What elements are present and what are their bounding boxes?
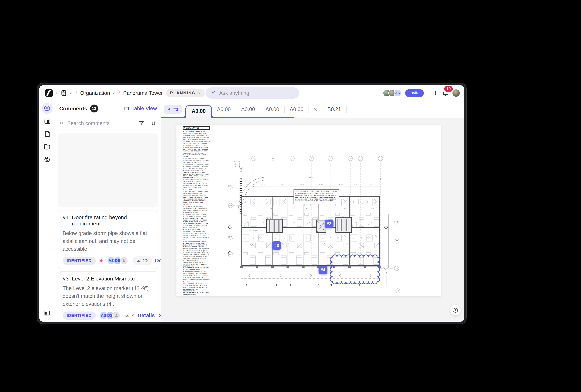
- project-status-badge[interactable]: PLANNING: [166, 89, 205, 97]
- detail-callouts: 1A-302 1A-301 3A-352: [228, 224, 388, 255]
- svg-text:PA: PA: [229, 185, 232, 187]
- balcony-strip: [240, 266, 381, 286]
- tab-sheet-active[interactable]: A0.00: [186, 105, 212, 118]
- collapse-sidebar-button[interactable]: [42, 308, 52, 319]
- chat-bubble-icon: [136, 258, 141, 263]
- participant-avatars: AS DS: [100, 311, 120, 320]
- drawing-sheet[interactable]: T1T2T3T4T5T6T7T8 P7PAPBPCPD TBTCTDTA A-1…: [176, 125, 441, 296]
- comment-card[interactable]: #1 Door fire rating beyond requirement B…: [58, 210, 158, 269]
- svg-text:24'-11": 24'-11": [338, 184, 342, 186]
- comment-id: #3: [62, 276, 69, 282]
- rail-item-sheets[interactable]: [42, 116, 52, 127]
- rail-item-comments[interactable]: [42, 103, 52, 114]
- chevron-down-icon: [198, 91, 201, 95]
- project-label: Panorama Tower: [123, 90, 163, 96]
- tab-sheet[interactable]: A0.00: [284, 106, 308, 112]
- priority-icon: [99, 257, 104, 265]
- details-link[interactable]: Details: [155, 258, 161, 264]
- rail-item-files[interactable]: [42, 141, 52, 152]
- notifications-button[interactable]: 10: [442, 90, 449, 96]
- plan-note-box: NOTE: BY CODE, THE TOILET AND DRYER EXHA…: [294, 190, 339, 204]
- profile-avatar[interactable]: [452, 89, 460, 97]
- sheet-viewer: #1 A0.00 A0.00 A0.00 A0.00 A0.00 B0.21: [161, 101, 464, 322]
- tab-sheet[interactable]: A0.00: [260, 106, 284, 112]
- tab-sheet[interactable]: A0.00: [212, 106, 236, 112]
- general-notes-title: GENERAL NOTES: [183, 126, 210, 130]
- folder-icon: [44, 143, 51, 150]
- svg-text:A-102-2: A-102-2: [234, 161, 236, 167]
- rail-item-settings[interactable]: [42, 154, 52, 165]
- topbar: / / Organization / Panorama Tower PLANNI…: [39, 85, 464, 101]
- gear-icon: [44, 156, 51, 163]
- comment-count: 4: [132, 313, 135, 319]
- tab-sheet[interactable]: B0.21: [322, 106, 346, 112]
- svg-text:PC: PC: [229, 236, 232, 238]
- table-icon: [124, 106, 129, 111]
- close-tab-icon[interactable]: [313, 107, 318, 112]
- status-badge: IDENTIFIED: [62, 257, 96, 265]
- svg-text:STAIR #1: STAIR #1: [267, 217, 273, 219]
- svg-text:T1: T1: [252, 157, 255, 160]
- search-comments-input[interactable]: [67, 120, 135, 127]
- app-logo-icon[interactable]: [45, 89, 53, 97]
- sparkle-icon: [210, 90, 216, 96]
- details-label: Details: [138, 312, 155, 319]
- svg-text:P7: P7: [240, 168, 242, 170]
- avatar-initials[interactable]: AG: [394, 89, 401, 97]
- table-view-button[interactable]: Table View: [124, 105, 157, 112]
- breadcrumb-project[interactable]: Panorama Tower: [123, 90, 163, 96]
- svg-text:3: 3: [386, 225, 386, 227]
- app-window: / / Organization / Panorama Tower PLANNI…: [37, 83, 466, 324]
- breadcrumb-organization[interactable]: Organization: [80, 90, 116, 96]
- topbar-right-cluster: AG Invite 10: [383, 85, 460, 101]
- pinned-label: #1: [173, 107, 178, 112]
- workspace-switcher[interactable]: [60, 90, 72, 96]
- svg-text:23'-6": 23'-6": [262, 184, 265, 186]
- svg-text:23'-4": 23'-4": [300, 184, 304, 186]
- details-label: Details: [155, 258, 161, 264]
- avatar-anonymous: [112, 311, 120, 320]
- svg-text:T2: T2: [272, 157, 274, 160]
- svg-text:A-102-1: A-102-1: [238, 161, 240, 167]
- sort-icon[interactable]: [151, 120, 156, 126]
- comment-bubble-icon: [44, 105, 51, 112]
- unit-interiors: [243, 199, 379, 265]
- filter-icon[interactable]: [138, 120, 144, 126]
- details-link[interactable]: Details: [138, 312, 161, 319]
- svg-text:T7: T7: [359, 157, 362, 160]
- comment-marker-3[interactable]: #3: [272, 241, 281, 250]
- version-history-button[interactable]: [450, 305, 461, 316]
- general-notes-text: 1. ALL CONTROLS FOR USE BY RESIDENTS MUS…: [183, 131, 210, 295]
- invite-button[interactable]: Invite: [405, 89, 424, 97]
- status-badge: IDENTIFIED: [62, 312, 96, 320]
- svg-text:15'-1": 15'-1": [246, 184, 250, 186]
- svg-text:TA: TA: [397, 290, 399, 292]
- svg-text:A-352: A-352: [385, 228, 388, 229]
- comments-title: Comments: [59, 105, 87, 112]
- comment-count-chip: 4: [125, 313, 135, 319]
- comment-marker-4[interactable]: #4: [318, 266, 328, 274]
- pinned-comment-chip[interactable]: #1: [164, 105, 182, 114]
- document-icon: [44, 130, 51, 138]
- ask-anything-input[interactable]: [219, 90, 295, 96]
- layout-panel-icon[interactable]: [432, 90, 438, 96]
- svg-text:217: 217: [261, 229, 263, 231]
- comment-marker-2[interactable]: #2: [324, 219, 334, 228]
- floor-plan-drawing: T1T2T3T4T5T6T7T8 P7PAPBPCPD TBTCTDTA A-1…: [176, 125, 441, 296]
- svg-text:T6: T6: [349, 157, 352, 160]
- svg-text:189'-7": 189'-7": [308, 177, 313, 178]
- rail-item-documents[interactable]: [42, 129, 52, 139]
- general-notes-column: GENERAL NOTES 1. ALL CONTROLS FOR USE BY…: [183, 126, 210, 295]
- chat-bubble-icon: [125, 313, 130, 318]
- tab-sheet[interactable]: A0.00: [236, 106, 260, 112]
- ask-anything-bar[interactable]: [206, 87, 300, 99]
- collaborator-avatars[interactable]: AG: [383, 89, 401, 97]
- comment-body: Below grade storm pipe shows a flat axia…: [62, 229, 154, 253]
- svg-text:24'-0": 24'-0": [319, 184, 323, 186]
- svg-text:23'-0": 23'-0": [281, 184, 284, 186]
- comment-card[interactable]: #3 Level 2 Elevation Mismatc The Level 2…: [58, 271, 158, 322]
- svg-text:12'-7": 12'-7": [354, 184, 357, 186]
- comment-count: 22: [143, 258, 149, 264]
- organization-label: Organization: [80, 90, 110, 96]
- drawing-canvas[interactable]: T1T2T3T4T5T6T7T8 P7PAPBPCPD TBTCTDTA A-1…: [161, 118, 464, 322]
